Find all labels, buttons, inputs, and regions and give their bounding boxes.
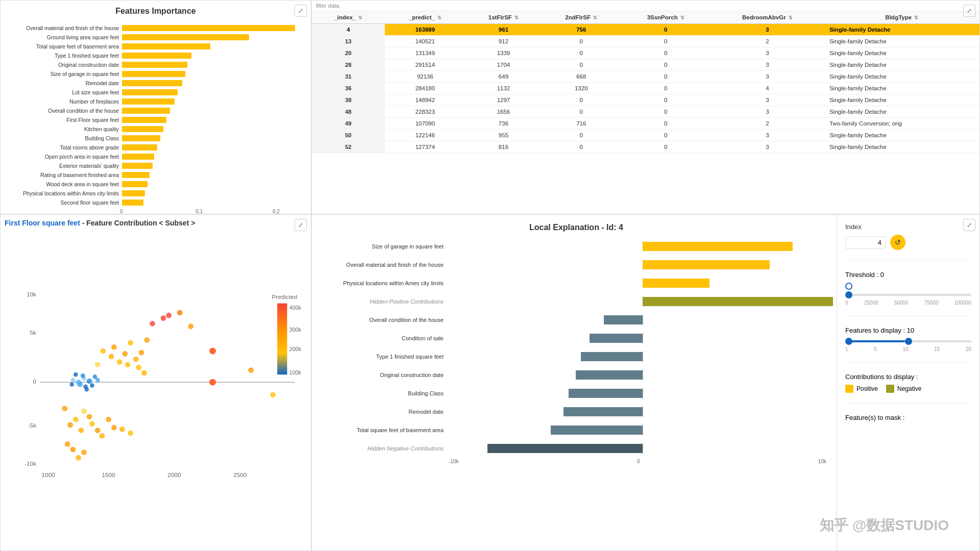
threshold-slider-track[interactable]: [845, 294, 971, 296]
svg-point-57: [70, 447, 76, 453]
svg-text:2500: 2500: [233, 471, 247, 479]
col-bedroomabvgr[interactable]: BedroomAbvGr ⇅: [710, 11, 824, 24]
local-bar: [643, 260, 770, 269]
local-bar: [569, 389, 643, 398]
local-bar: [564, 407, 643, 416]
table-cell: 284180: [385, 83, 465, 94]
col-3ssnporch[interactable]: 3SsnPorch ⇅: [621, 11, 710, 24]
scatter-title-part1: First Floor square feet: [5, 219, 80, 227]
local-row: Building Class: [316, 385, 837, 402]
fi-bar-container: [122, 135, 307, 141]
table-row[interactable]: 416388996175603Single-family Detache: [312, 24, 979, 36]
col-bldgtype[interactable]: BldgType ⇅: [824, 11, 979, 24]
fi-bar-container: [122, 181, 307, 187]
fi-bar: [122, 53, 191, 59]
features-slider-thumb-right[interactable]: [905, 338, 912, 345]
local-label: Hidden Negative Contributions: [316, 445, 449, 452]
svg-point-53: [111, 425, 117, 431]
svg-point-15: [209, 348, 216, 355]
local-zero-line: [643, 424, 643, 436]
table-row[interactable]: 381489421297003Single-family Detache: [312, 94, 979, 106]
threshold-radio[interactable]: [845, 283, 852, 290]
table-row[interactable]: 319213664966803Single-family Detache: [312, 71, 979, 83]
col-predict[interactable]: _predict_ ⇅: [385, 11, 465, 24]
table-cell: 131349: [385, 47, 465, 59]
local-expand-button[interactable]: ⤢: [963, 219, 975, 231]
table-row[interactable]: 50122146955003Single-family Detache: [312, 130, 979, 141]
fi-bar: [122, 80, 182, 86]
fi-label: First Floor square feet: [10, 117, 122, 123]
fi-x-01: 0.1: [196, 209, 203, 214]
col-index[interactable]: _index_ ⇅: [312, 11, 385, 24]
fi-bar-container: [122, 144, 307, 151]
table-row[interactable]: 362841801132132004Single-family Detache: [312, 83, 979, 94]
local-chart-area: Local Explanation - Id: 4 Size of garage…: [312, 215, 837, 550]
fi-label: Wood deck area in square feet: [10, 181, 122, 187]
tick-0: 0: [845, 300, 848, 306]
mask-control: Feature(s) to mask :: [845, 414, 971, 421]
fi-row: First Floor square feet: [10, 116, 307, 124]
table-scroll-area[interactable]: _index_ ⇅ _predict_ ⇅ 1stFlrSF ⇅ 2ndFlrS…: [312, 11, 979, 210]
table-cell: 38: [312, 94, 385, 106]
table-row[interactable]: 52127374816003Single-family Detache: [312, 141, 979, 153]
table-cell: 756: [542, 24, 621, 36]
local-bar-wrap: [449, 296, 837, 307]
local-bar-wrap: [449, 278, 837, 289]
local-label: Type 1 finished square feet: [316, 354, 449, 360]
svg-point-12: [177, 310, 183, 316]
table-cell: 816: [465, 141, 542, 153]
local-zero-line: [643, 443, 643, 454]
fi-x-02: 0.2: [273, 209, 280, 214]
fi-label: Building Class: [10, 135, 122, 141]
fi-bar-container: [122, 25, 307, 31]
ftick-5: 5: [874, 346, 877, 352]
table-cell: 107090: [385, 118, 465, 130]
local-row: Hidden Negative Contributions: [316, 440, 837, 457]
local-bar: [581, 352, 643, 361]
fi-expand-button[interactable]: ⤢: [295, 5, 307, 17]
table-row[interactable]: 482283231656003Single-family Detache: [312, 106, 979, 118]
features-slider-thumb-left[interactable]: [845, 338, 852, 345]
fi-bar: [122, 154, 154, 160]
table-row[interactable]: 201313491339003Single-family Detache: [312, 47, 979, 59]
divider-2: [845, 316, 971, 316]
table-cell: 49: [312, 118, 385, 130]
fi-row: Overall condition of the house: [10, 107, 307, 115]
threshold-slider-thumb[interactable]: [845, 291, 852, 298]
index-input[interactable]: [845, 236, 886, 249]
local-label: Condition of sale: [316, 335, 449, 341]
table-cell: 0: [542, 130, 621, 141]
table-cell: 649: [465, 71, 542, 83]
svg-text:10k: 10k: [27, 291, 36, 298]
col-1stflrsf[interactable]: 1stFlrSF ⇅: [465, 11, 542, 24]
table-row[interactable]: 13140521912002Single-family Detache: [312, 36, 979, 47]
col-2ndflrsf[interactable]: 2ndFlrSF ⇅: [542, 11, 621, 24]
fi-bar-container: [122, 98, 307, 105]
tick-50000: 50000: [894, 300, 909, 306]
table-cell: 28: [312, 59, 385, 71]
local-x-axis: -10k 0 10k: [449, 459, 837, 464]
svg-point-40: [95, 378, 100, 383]
fi-bar: [122, 89, 178, 95]
features-importance-panel: Features Importance ⤢ Overall material a…: [0, 0, 311, 214]
local-bars: Size of garage in square feetOverall mat…: [316, 238, 837, 457]
svg-point-46: [79, 428, 84, 433]
table-cell: Two-family Conversion; orig: [824, 118, 979, 130]
fi-bar: [122, 190, 145, 196]
features-slider-track[interactable]: [845, 340, 971, 342]
table-cell: 140521: [385, 36, 465, 47]
fi-row: Wood deck area in square feet: [10, 180, 307, 188]
scatter-title-dash: - Feature Contribution: [80, 219, 159, 227]
fi-row: Original construction date: [10, 61, 307, 69]
svg-point-24: [117, 359, 122, 365]
table-cell: 2: [710, 118, 824, 130]
local-x-10k: 10k: [818, 459, 826, 464]
table-cell: 148942: [385, 94, 465, 106]
table-row[interactable]: 4910709073671602Two-family Conversion; o…: [312, 118, 979, 130]
svg-text:300k: 300k: [289, 327, 302, 333]
svg-point-52: [106, 417, 111, 422]
fi-bar: [122, 71, 185, 77]
table-expand-button[interactable]: ⤢: [963, 5, 975, 17]
table-row[interactable]: 282915141704003Single-family Detache: [312, 59, 979, 71]
go-button[interactable]: ↺: [890, 235, 905, 250]
